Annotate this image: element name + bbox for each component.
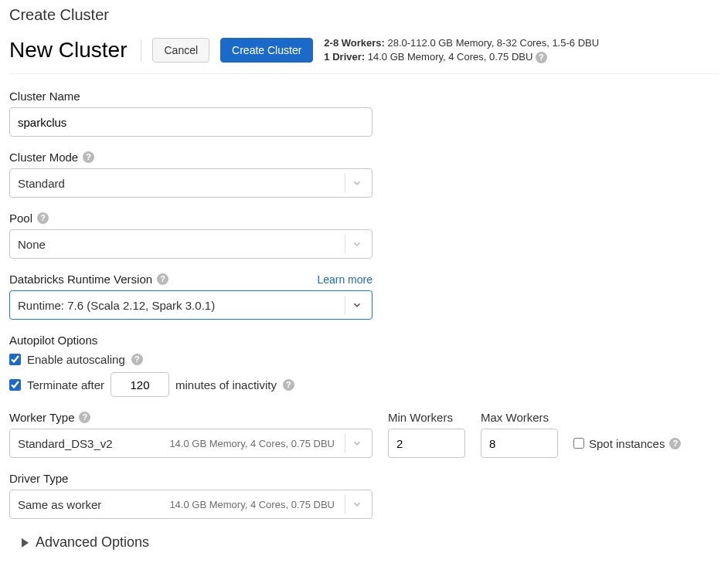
chevron-down-icon bbox=[352, 239, 362, 249]
help-icon[interactable]: ? bbox=[79, 412, 90, 423]
worker-type-label: Worker Type ? bbox=[9, 411, 373, 424]
learn-more-link[interactable]: Learn more bbox=[317, 273, 373, 286]
advanced-options-label: Advanced Options bbox=[36, 534, 149, 551]
divider-horizontal bbox=[9, 73, 719, 74]
max-workers-label: Max Workers bbox=[481, 411, 558, 424]
summary-workers-label: 2-8 Workers: bbox=[324, 37, 385, 49]
spot-instances-label: Spot instances bbox=[589, 437, 665, 450]
autoscale-row: Enable autoscaling ? bbox=[9, 353, 719, 366]
help-icon[interactable]: ? bbox=[131, 354, 143, 365]
driver-group: Driver Type Same as worker 14.0 GB Memor… bbox=[9, 472, 719, 519]
advanced-options-toggle[interactable]: Advanced Options bbox=[9, 534, 719, 551]
worker-group: Worker Type ? Standard_DS3_v2 14.0 GB Me… bbox=[9, 411, 719, 458]
cluster-mode-label: Cluster Mode ? bbox=[9, 151, 719, 164]
worker-type-label-text: Worker Type bbox=[9, 411, 74, 424]
worker-type-value: Standard_DS3_v2 bbox=[18, 437, 113, 450]
terminate-prefix: Terminate after bbox=[27, 378, 104, 391]
caret-right-icon bbox=[22, 538, 29, 547]
runtime-label-text: Databricks Runtime Version bbox=[9, 273, 152, 286]
cluster-name-group: Cluster Name bbox=[9, 90, 719, 137]
max-workers-input[interactable] bbox=[481, 429, 558, 458]
driver-type-select[interactable]: Same as worker 14.0 GB Memory, 4 Cores, … bbox=[9, 490, 373, 519]
terminate-suffix: minutes of inactivity bbox=[175, 378, 277, 391]
cluster-mode-select[interactable]: Standard bbox=[9, 168, 373, 198]
summary-workers-detail: 28.0-112.0 GB Memory, 8-32 Cores, 1.5-6 … bbox=[387, 37, 599, 49]
autoscale-checkbox[interactable] bbox=[9, 354, 21, 365]
pool-value: None bbox=[18, 238, 46, 251]
help-icon[interactable]: ? bbox=[283, 379, 294, 391]
summary-driver-detail: 14.0 GB Memory, 4 Cores, 0.75 DBU bbox=[368, 51, 533, 63]
worker-type-select[interactable]: Standard_DS3_v2 14.0 GB Memory, 4 Cores,… bbox=[9, 429, 373, 458]
help-icon[interactable]: ? bbox=[536, 52, 547, 63]
help-icon[interactable]: ? bbox=[669, 438, 681, 449]
summary-driver-label: 1 Driver: bbox=[324, 51, 365, 63]
driver-type-value: Same as worker bbox=[18, 498, 101, 511]
worker-type-meta: 14.0 GB Memory, 4 Cores, 0.75 DBU bbox=[169, 438, 335, 449]
select-separator bbox=[345, 296, 345, 314]
chevron-down-icon bbox=[352, 178, 362, 188]
pool-group: Pool ? None bbox=[9, 212, 719, 259]
terminate-minutes-input[interactable] bbox=[111, 372, 169, 397]
pool-select[interactable]: None bbox=[9, 229, 373, 259]
pool-label-text: Pool bbox=[9, 212, 32, 225]
select-separator bbox=[345, 434, 345, 453]
runtime-group: Databricks Runtime Version ? Learn more … bbox=[9, 273, 719, 320]
spot-instances-checkbox[interactable] bbox=[573, 438, 584, 449]
header-title: New Cluster bbox=[9, 38, 127, 63]
min-workers-input[interactable] bbox=[388, 429, 465, 458]
divider bbox=[141, 39, 141, 61]
select-separator bbox=[345, 235, 345, 253]
cluster-name-label: Cluster Name bbox=[9, 90, 719, 103]
terminate-checkbox[interactable] bbox=[9, 379, 21, 391]
cluster-form: Cluster Name Cluster Mode ? Standard Poo… bbox=[9, 90, 719, 551]
cluster-name-input[interactable] bbox=[9, 107, 373, 137]
driver-type-meta: 14.0 GB Memory, 4 Cores, 0.75 DBU bbox=[169, 499, 335, 510]
cluster-mode-group: Cluster Mode ? Standard bbox=[9, 151, 719, 198]
autopilot-label: Autopilot Options bbox=[9, 334, 719, 347]
autoscale-label: Enable autoscaling bbox=[27, 353, 125, 366]
header: New Cluster Cancel Create Cluster 2-8 Wo… bbox=[9, 36, 719, 64]
min-workers-label: Min Workers bbox=[388, 411, 465, 424]
terminate-row: Terminate after minutes of inactivity ? bbox=[9, 372, 719, 397]
cluster-mode-label-text: Cluster Mode bbox=[9, 151, 78, 164]
select-separator bbox=[345, 174, 345, 192]
driver-type-label: Driver Type bbox=[9, 472, 719, 485]
help-icon[interactable]: ? bbox=[37, 212, 49, 224]
cluster-mode-value: Standard bbox=[18, 177, 65, 190]
svg-marker-0 bbox=[22, 538, 29, 547]
runtime-label: Databricks Runtime Version ? bbox=[9, 273, 168, 286]
spot-row: Spot instances ? bbox=[573, 429, 681, 458]
autopilot-group: Autopilot Options Enable autoscaling ? T… bbox=[9, 334, 719, 397]
chevron-down-icon bbox=[352, 438, 362, 449]
cancel-button[interactable]: Cancel bbox=[152, 38, 209, 63]
chevron-down-icon bbox=[352, 300, 362, 310]
help-icon[interactable]: ? bbox=[83, 151, 94, 163]
help-icon[interactable]: ? bbox=[157, 273, 168, 285]
select-separator bbox=[345, 495, 345, 514]
create-cluster-button[interactable]: Create Cluster bbox=[220, 38, 313, 63]
resource-summary: 2-8 Workers: 28.0-112.0 GB Memory, 8-32 … bbox=[324, 36, 599, 64]
chevron-down-icon bbox=[352, 499, 362, 510]
page-title: Create Cluster bbox=[9, 6, 719, 24]
runtime-value: Runtime: 7.6 (Scala 2.12, Spark 3.0.1) bbox=[18, 299, 215, 312]
runtime-select[interactable]: Runtime: 7.6 (Scala 2.12, Spark 3.0.1) bbox=[9, 290, 373, 320]
pool-label: Pool ? bbox=[9, 212, 719, 225]
